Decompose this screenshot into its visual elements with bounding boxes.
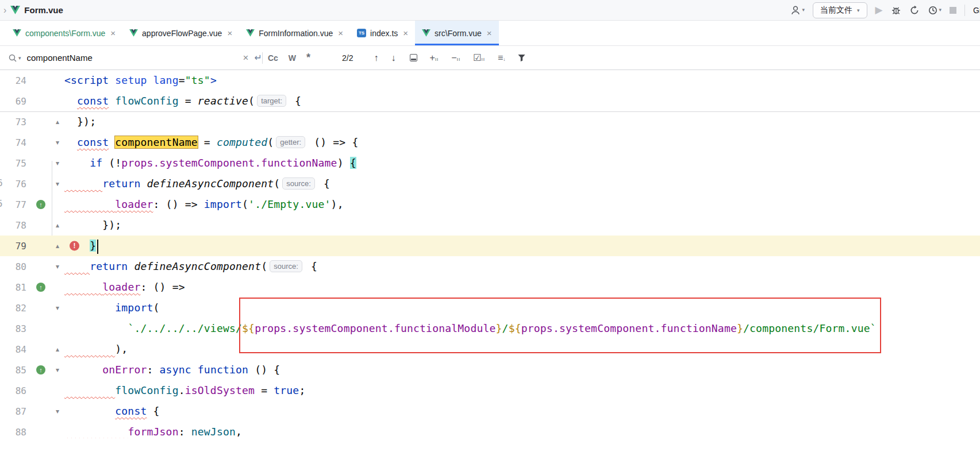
code-text[interactable]: return defineAsyncComponent(source: { [64,173,330,194]
gutter-green-arrow-icon[interactable]: ↑ [36,283,45,292]
gutter: 75▾ [0,153,64,173]
rerun-coverage-icon[interactable] [909,5,920,16]
code-text[interactable]: }); [64,111,96,132]
whole-words-toggle[interactable]: W [289,53,296,63]
run-button[interactable]: ▶ [875,5,883,15]
gutter-green-arrow-icon[interactable]: ↑ [36,365,45,375]
token-str: "ts" [185,74,210,86]
line-number: 77 [16,199,26,210]
token-fld: formJson [128,426,178,438]
filter-icon[interactable] [517,53,526,62]
code-text[interactable]: onError: async function () { [64,360,280,380]
tab-close-icon[interactable]: × [110,28,116,38]
code-text[interactable]: <script setup lang="ts"> [64,70,217,91]
code-line: 86 flowConfig.isOldSystem = true; [0,380,980,401]
remove-occurrence-button[interactable]: −II [451,53,460,63]
code-text[interactable]: if (!props.systemComponent.functionName)… [64,153,356,173]
match-case-toggle[interactable]: Cc [268,53,278,63]
code-text[interactable]: `./../../../views/${props.systemComponen… [64,318,877,339]
token-kw: const [115,405,147,417]
next-match-button[interactable]: ↓ [391,53,396,63]
run-configuration-selector[interactable]: 当前文件 ▾ [813,2,867,18]
code-text[interactable]: flowConfig.isOldSystem = true; [64,380,305,401]
tab-close-icon[interactable]: × [487,28,492,38]
token-str: './Empty.vue' [248,198,330,210]
code-text[interactable]: const flowConfig = reactive(target: { [64,91,301,111]
code-line: 79▴! } [0,235,980,256]
code-text[interactable]: loader: () => import('./Empty.vue'), [64,194,344,215]
select-all-occurrences-button[interactable]: ☑II [473,53,485,63]
fold-expand-icon[interactable]: ▴ [56,221,59,229]
token-kw: if [90,157,102,169]
editor-tab[interactable]: FormInformation.vue× [239,21,350,45]
open-find-window-icon[interactable] [410,54,417,61]
code-text[interactable]: }); [64,215,121,235]
editor-tab[interactable]: TSindex.ts× [350,21,415,45]
code-line: 74▾ const componentName = computed(gette… [0,132,980,153]
fold-expand-icon[interactable]: ▴ [56,242,59,250]
fold-collapse-icon[interactable]: ▾ [56,366,59,374]
fold-collapse-icon[interactable]: ▾ [56,159,59,167]
code-editor[interactable]: 6 5 24<script setup lang="ts">69 const f… [0,70,980,471]
regex-toggle[interactable]: * [306,52,310,64]
token: () { [248,364,280,376]
gutter: 73▴ [0,111,64,132]
editor-tab[interactable]: components\Form.vue× [6,21,122,45]
code-line: 75▾ if (!props.systemComponent.functionN… [0,153,980,173]
tab-label: approveFlowPage.vue [142,29,222,38]
previous-match-button[interactable]: ↑ [374,53,379,63]
vue-logo-icon [10,6,20,14]
profiler-button[interactable]: ▾ [928,5,942,16]
gutter: 79▴ [0,235,64,256]
clear-search-icon[interactable]: × [241,52,251,64]
fold-collapse-icon[interactable]: ▾ [56,180,59,188]
token [64,157,90,169]
token-sq [64,426,128,438]
editor-tab[interactable]: src\Form.vue× [415,21,498,45]
newline-icon[interactable]: ↵ [255,52,262,63]
fold-collapse-icon[interactable]: ▾ [56,138,59,146]
token: ) [337,157,350,169]
gutter-green-arrow-icon[interactable]: ↑ [36,200,45,209]
user-account-icon[interactable]: ▾ [790,5,805,16]
fold-expand-icon[interactable]: ▴ [56,118,59,126]
code-line: 88 formJson: newJson, [0,422,980,442]
search-field: × [26,52,251,64]
add-occurrence-button[interactable]: +II [430,53,439,63]
editor-tab[interactable]: approveFlowPage.vue× [122,21,239,45]
code-text[interactable]: const componentName = computed(getter: (… [64,132,358,153]
multiline-search-icon[interactable]: ≡↓ [498,53,506,63]
clipped-digit: 6 [0,177,3,188]
code-text[interactable]: loader: () => [64,277,185,298]
code-text[interactable]: import( [64,298,160,318]
fold-collapse-icon[interactable]: ▾ [56,262,59,271]
code-text[interactable]: ), [64,339,128,360]
search-input[interactable] [26,52,241,63]
git-menu[interactable]: Git [973,6,980,15]
tab-close-icon[interactable]: × [403,28,408,38]
fold-collapse-icon[interactable]: ▾ [56,407,59,415]
code-line: 80▾ return defineAsyncComponent(source: … [0,256,980,277]
token: : [147,364,160,376]
title-bar: › Form.vue ▾ 当前文件 ▾ ▶ ▾ [0,0,980,21]
tab-close-icon[interactable]: × [338,28,343,38]
code-text[interactable]: const { [64,401,160,422]
search-icon[interactable]: ▾ [8,53,21,63]
token [140,177,147,190]
fold-collapse-icon[interactable]: ▾ [56,304,59,312]
token-fld: props.systemComponent.functionalModule [255,322,495,334]
code-line: 85▾↑ onError: async function () { [0,360,980,380]
debug-button[interactable] [891,5,901,16]
code-text[interactable]: formJson: newJson, [64,422,242,442]
tab-close-icon[interactable]: × [227,28,232,38]
chevron-down-icon: ▾ [939,7,942,13]
token-fld: onError [102,364,147,376]
fold-expand-icon[interactable]: ▴ [56,345,59,353]
token: ), [331,198,344,210]
token: , [236,426,242,438]
code-text[interactable]: return defineAsyncComponent(source: { [64,256,317,277]
token-fld: props.systemComponent.functionName [121,157,337,169]
chevron-right-icon[interactable]: › [3,6,6,15]
stop-button[interactable] [950,7,956,14]
token [64,136,77,148]
